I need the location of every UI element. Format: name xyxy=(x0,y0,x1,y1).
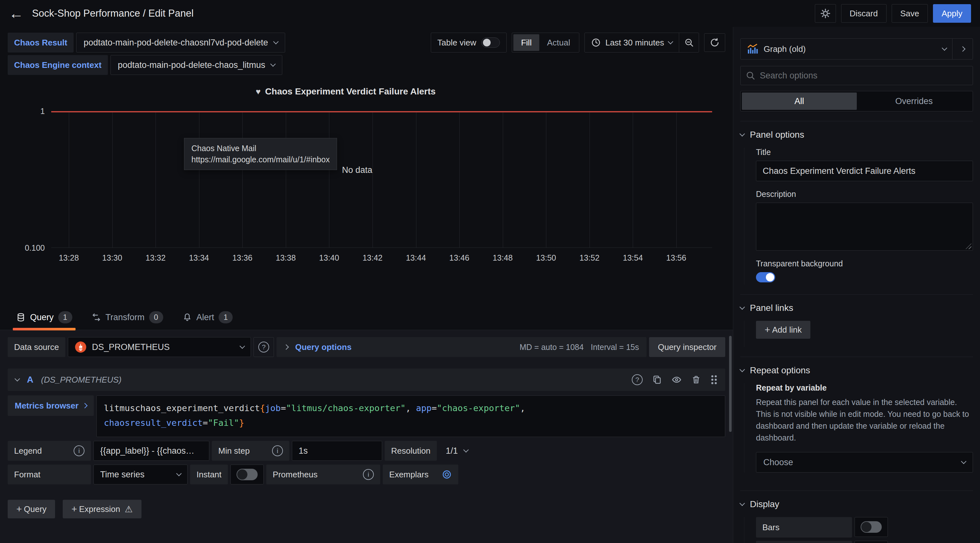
transparent-bg-toggle[interactable] xyxy=(756,272,775,282)
promql-query-input[interactable]: litmuschaos_experiment_verdict{job="litm… xyxy=(96,395,725,437)
datasource-help-button[interactable]: ? xyxy=(253,337,274,357)
discard-button[interactable]: Discard xyxy=(841,4,886,23)
tab-overrides[interactable]: Overrides xyxy=(857,92,972,110)
promql-op: = xyxy=(281,403,286,413)
legend-format-input[interactable]: {{app_label}} - {{chaos… xyxy=(94,441,209,461)
variable-value: podtato-main-pod-delete-chaosnl7vd-pod-d… xyxy=(84,38,268,48)
variable-row: Chaos Engine context podtato-main-pod-de… xyxy=(8,55,285,75)
panel-link-tooltip[interactable]: Chaos Native Mail https://mail.google.co… xyxy=(184,138,337,170)
drag-handle-icon[interactable] xyxy=(711,374,718,385)
variable-select-chaos-engine[interactable]: podtato-main-pod-delete-chaos_litmus xyxy=(110,55,282,75)
chevron-down-icon xyxy=(668,39,673,45)
apply-button[interactable]: Apply xyxy=(933,4,971,23)
format-label-box: Format xyxy=(8,465,91,484)
x-axis-tick-label: 13:36 xyxy=(232,253,253,263)
promql-label: chaosresult_verdict xyxy=(104,418,203,428)
main-area: Chaos Result podtato-main-pod-delete-cha… xyxy=(0,27,980,543)
variable-label-chaos-engine: Chaos Engine context xyxy=(8,55,108,75)
panel-description-textarea[interactable] xyxy=(756,203,973,251)
x-axis-tick-label: 13:52 xyxy=(579,253,600,263)
repeat-options-header[interactable]: Repeat options xyxy=(740,365,973,376)
back-arrow-icon[interactable]: ← xyxy=(9,6,24,21)
tab-all[interactable]: All xyxy=(742,92,857,110)
actual-option[interactable]: Actual xyxy=(539,34,578,51)
bars-label: Bars xyxy=(756,517,852,538)
query-editor-section: Data source DS_PROMETHEUS xyxy=(0,330,733,543)
chart-panel: ♥ Chaos Experiment Verdict Failure Alert… xyxy=(0,78,733,276)
chevron-down-icon xyxy=(177,471,182,476)
zoom-out-button[interactable] xyxy=(679,33,699,52)
save-button[interactable]: Save xyxy=(892,4,928,23)
duplicate-icon[interactable] xyxy=(652,375,662,385)
variable-label-chaos-result: Chaos Result xyxy=(8,33,73,53)
add-query-button[interactable]: + Query xyxy=(8,500,55,518)
tab-query[interactable]: Query 1 xyxy=(13,307,76,330)
query-inspector-button[interactable]: Query inspector xyxy=(649,337,725,357)
title-field-label: Title xyxy=(756,148,973,157)
repeat-variable-select[interactable]: Choose xyxy=(756,452,973,473)
format-select[interactable]: Time series xyxy=(94,465,188,484)
gear-icon xyxy=(820,8,831,19)
query-row-header[interactable]: A (DS_PROMETHEUS) ? xyxy=(8,368,725,391)
tab-transform[interactable]: Transform 0 xyxy=(88,307,166,330)
variable-row: Chaos Result podtato-main-pod-delete-cha… xyxy=(8,33,285,53)
display-section: Display Bars xyxy=(740,490,973,543)
resolution-select[interactable]: 1/1 xyxy=(439,441,475,461)
query-help-icon[interactable]: ? xyxy=(632,374,643,385)
eye-icon[interactable] xyxy=(671,374,682,385)
min-step-value: 1s xyxy=(299,446,308,456)
panel-options-header[interactable]: Panel options xyxy=(740,130,973,140)
content-scrollbar[interactable] xyxy=(729,336,732,432)
panel-title-input[interactable] xyxy=(756,161,973,181)
tab-alert[interactable]: Alert 1 xyxy=(179,307,236,330)
chevron-down-icon xyxy=(240,344,245,349)
panel-settings-button[interactable] xyxy=(815,4,836,23)
header-bar: ← Sock-Shop Performance / Edit Panel Dis… xyxy=(0,0,980,27)
legend-format-value: {{app_label}} - {{chaos… xyxy=(100,446,194,456)
time-range-picker[interactable]: Last 30 minutes xyxy=(585,33,679,52)
refresh-icon xyxy=(710,37,720,48)
expand-viz-picker-button[interactable] xyxy=(952,39,973,59)
add-expression-button[interactable]: + Expression ⚠ xyxy=(63,500,141,518)
promql-op: , xyxy=(520,403,525,413)
chevron-down-icon xyxy=(942,45,947,51)
description-field-label: Description xyxy=(756,189,973,199)
panel-links-body: + Add link xyxy=(744,321,973,347)
tooltip-title: Chaos Native Mail xyxy=(191,143,330,154)
view-controls: Table view Fill Actual xyxy=(431,33,725,53)
query-ref-id: A xyxy=(27,374,33,385)
refresh-button[interactable] xyxy=(704,33,725,52)
visualization-select[interactable]: Graph (old) xyxy=(741,39,952,59)
gridline xyxy=(286,112,286,247)
chevron-down-icon xyxy=(961,459,967,464)
tab-label: Alert xyxy=(197,312,215,322)
query-options-strip: Query options MD = auto = 1084 Interval … xyxy=(277,337,646,357)
info-icon: i xyxy=(73,445,84,456)
legend-label-box: Legend i xyxy=(8,441,91,461)
chart-plot-area[interactable]: Experiments failed 1 0.100 13:28 13:30 1… xyxy=(51,111,712,248)
min-step-input[interactable]: 1s xyxy=(292,441,382,461)
query-ref-datasource: (DS_PROMETHEUS) xyxy=(41,375,121,385)
add-link-button[interactable]: + Add link xyxy=(756,321,810,339)
time-picker-group: Last 30 minutes xyxy=(584,33,699,53)
variable-select-chaos-result[interactable]: podtato-main-pod-delete-chaosnl7vd-pod-d… xyxy=(76,33,285,53)
display-header[interactable]: Display xyxy=(740,499,973,510)
metrics-browser-button[interactable]: Metrics browser xyxy=(8,395,94,416)
query-options-toggle[interactable]: Query options xyxy=(295,342,352,352)
promql-string: "Fail" xyxy=(208,418,239,428)
promql-label: job xyxy=(265,403,281,413)
trash-icon[interactable] xyxy=(691,375,701,385)
plus-icon: + xyxy=(72,504,77,514)
x-axis-tick-label: 13:46 xyxy=(449,253,469,263)
datasource-picker[interactable]: DS_PROMETHEUS xyxy=(68,337,251,357)
instant-toggle[interactable] xyxy=(237,469,258,480)
table-view-toggle[interactable] xyxy=(481,37,500,48)
chevron-down-icon xyxy=(463,447,469,453)
gridline xyxy=(242,112,243,247)
panel-links-header[interactable]: Panel links xyxy=(740,303,973,313)
bars-toggle[interactable] xyxy=(861,521,882,533)
exemplars-eye-icon[interactable] xyxy=(442,469,452,479)
options-search-input[interactable] xyxy=(760,71,967,81)
fill-option[interactable]: Fill xyxy=(513,34,539,51)
max-data-points-info: MD = auto = 1084 xyxy=(520,342,584,352)
